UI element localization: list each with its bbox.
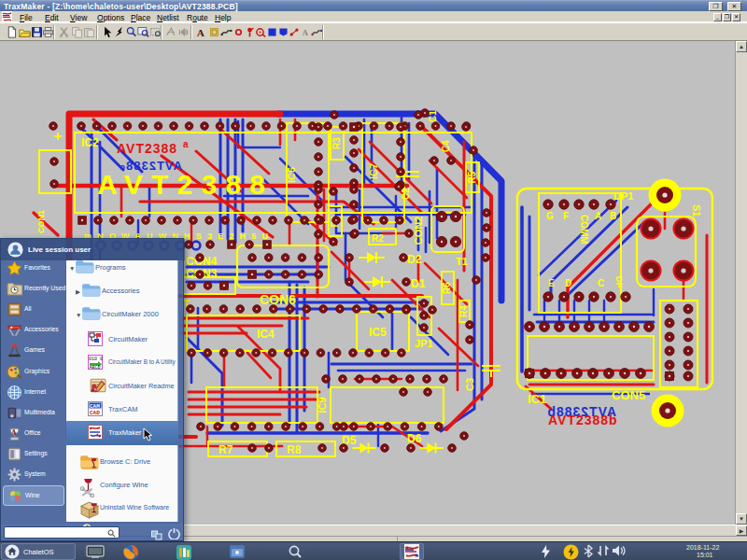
svg-text:IC4: IC4 xyxy=(257,328,275,341)
svg-text:D2: D2 xyxy=(407,253,422,266)
svg-text:CAD: CAD xyxy=(90,410,100,416)
svg-text:A: A xyxy=(197,27,205,38)
svg-text:IC2: IC2 xyxy=(81,136,99,149)
svg-text:R5: R5 xyxy=(467,171,477,183)
svg-text:E: E xyxy=(548,278,555,288)
svg-text:AVT2388: AVT2388 xyxy=(117,141,177,156)
svg-text:010 01: 010 01 xyxy=(89,357,103,362)
svg-text:C4: C4 xyxy=(441,140,451,152)
svg-text:ABCD: ABCD xyxy=(90,365,101,370)
svg-text:R7: R7 xyxy=(218,443,233,456)
svg-text:A: A xyxy=(302,28,308,37)
svg-text:F: F xyxy=(563,211,569,221)
svg-text:T1: T1 xyxy=(456,256,468,267)
svg-text:S1: S1 xyxy=(691,204,702,217)
svg-text:DP: DP xyxy=(614,276,624,288)
svg-text:B: B xyxy=(610,211,616,221)
svg-text:C1: C1 xyxy=(428,110,438,122)
svg-text:IC1: IC1 xyxy=(528,392,546,406)
svg-text:IC7: IC7 xyxy=(368,163,379,179)
svg-text:R3: R3 xyxy=(331,137,342,149)
svg-text:D1: D1 xyxy=(411,277,426,290)
svg-text:D: D xyxy=(565,278,571,288)
svg-text:IC6: IC6 xyxy=(286,167,297,183)
svg-text:R8: R8 xyxy=(287,443,302,456)
svg-text:IC5: IC5 xyxy=(369,326,387,339)
svg-text:JP1: JP1 xyxy=(415,338,433,349)
svg-text:G: G xyxy=(546,211,554,221)
svg-text:CAM: CAM xyxy=(90,403,100,410)
svg-text:D6: D6 xyxy=(407,432,422,445)
svg-text:COMM: COMM xyxy=(579,215,589,245)
svg-text:R4: R4 xyxy=(458,305,469,317)
svg-text:CON1: CON1 xyxy=(36,210,46,233)
svg-text:CON2: CON2 xyxy=(413,217,424,245)
svg-text:AVT2388b: AVT2388b xyxy=(548,413,618,427)
svg-text:a: a xyxy=(183,139,189,149)
svg-text:R2: R2 xyxy=(372,233,384,244)
svg-text:AVT2388: AVT2388 xyxy=(97,169,271,200)
svg-text:C3: C3 xyxy=(464,378,475,391)
svg-text:DP1: DP1 xyxy=(613,190,633,202)
svg-text:A: A xyxy=(595,211,601,221)
svg-text:R6: R6 xyxy=(442,282,452,294)
svg-text:IC9: IC9 xyxy=(317,397,328,413)
svg-text:CON5: CON5 xyxy=(612,388,645,402)
svg-text:C: C xyxy=(598,278,604,288)
